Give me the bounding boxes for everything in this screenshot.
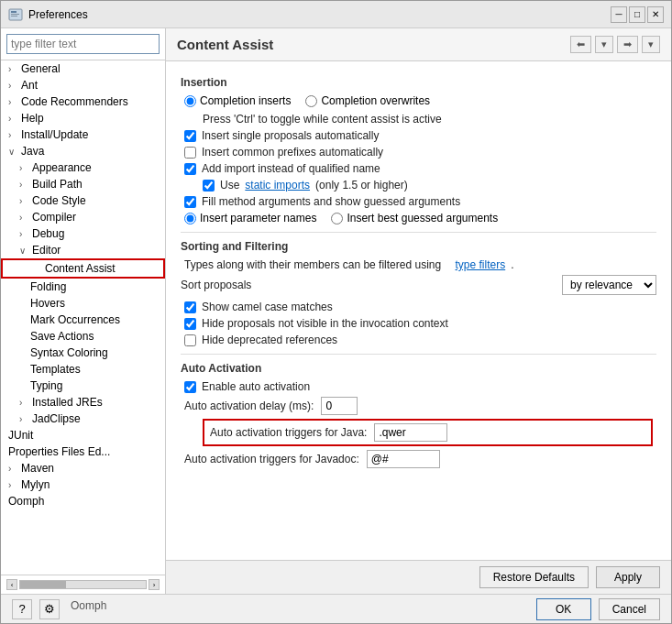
- insert-common-checkbox[interactable]: [184, 147, 196, 159]
- tree-item-mark-occurrences[interactable]: Mark Occurrences: [1, 312, 165, 328]
- nav-back-button[interactable]: ⬅: [570, 36, 591, 53]
- expand-icon-general: ›: [8, 64, 19, 74]
- completion-overwrites-radio[interactable]: [305, 95, 317, 107]
- hide-not-visible-checkbox[interactable]: [184, 318, 196, 330]
- tree-item-oomph[interactable]: Oomph: [1, 493, 165, 509]
- apply-button[interactable]: Apply: [596, 566, 660, 588]
- expand-icon-debug: ›: [19, 229, 30, 239]
- tree-label-debug: Debug: [32, 227, 64, 240]
- tree-label-jadclipse: JadClipse: [32, 412, 81, 425]
- types-note: Types along with their members can be fi…: [184, 258, 441, 271]
- nav-dropdown-button[interactable]: ▾: [595, 36, 613, 53]
- tree-area: › General › Ant › Code Recommenders › He…: [1, 60, 165, 575]
- tree-item-maven[interactable]: › Maven: [1, 460, 165, 476]
- scroll-thumb[interactable]: [20, 581, 66, 588]
- expand-icon-mylyn: ›: [8, 480, 19, 490]
- tree-item-templates[interactable]: Templates: [1, 361, 165, 378]
- expand-icon-install-update: ›: [8, 130, 19, 140]
- tree-item-code-style[interactable]: › Code Style: [1, 192, 165, 209]
- window-title: Preferences: [28, 8, 88, 21]
- delay-input[interactable]: [321, 397, 358, 415]
- tree-item-save-actions[interactable]: Save Actions: [1, 328, 165, 345]
- completion-inserts-label: Completion inserts: [200, 94, 291, 107]
- completion-inserts-radio[interactable]: [184, 95, 196, 107]
- expand-icon-installed-jres: ›: [19, 398, 30, 408]
- tree-item-installed-jres[interactable]: › Installed JREs: [1, 394, 165, 411]
- tree-label-installed-jres: Installed JREs: [32, 396, 103, 409]
- section-separator-1: [181, 232, 656, 233]
- tree-item-syntax-coloring[interactable]: Syntax Coloring: [1, 345, 165, 361]
- tree-item-build-path[interactable]: › Build Path: [1, 176, 165, 192]
- static-imports-suffix: (only 1.5 or higher): [315, 179, 408, 192]
- scroll-right-btn[interactable]: ›: [149, 579, 160, 590]
- tree-item-ant[interactable]: › Ant: [1, 77, 165, 93]
- scroll-left-btn[interactable]: ‹: [6, 579, 17, 590]
- triggers-java-row: Auto activation triggers for Java:: [203, 419, 653, 446]
- section-separator-2: [181, 354, 656, 355]
- static-imports-link[interactable]: static imports: [245, 179, 310, 192]
- minimize-button[interactable]: ─: [611, 6, 627, 23]
- sort-proposals-row: Sort proposals by relevance alphabetical…: [181, 275, 656, 295]
- show-camel-checkbox[interactable]: [184, 301, 196, 313]
- tree-item-jadclipse[interactable]: › JadClipse: [1, 411, 165, 427]
- right-body: Insertion Completion inserts Completion …: [166, 61, 671, 560]
- expand-icon-compiler: ›: [19, 213, 30, 223]
- tree-label-build-path: Build Path: [32, 178, 83, 191]
- tree-item-folding[interactable]: Folding: [1, 279, 165, 295]
- left-panel: › General › Ant › Code Recommenders › He…: [1, 28, 166, 594]
- tree-item-content-assist[interactable]: Content Assist: [1, 258, 165, 279]
- insert-single-checkbox[interactable]: [184, 130, 196, 142]
- close-button[interactable]: ✕: [647, 6, 664, 23]
- triggers-java-input[interactable]: [374, 423, 447, 442]
- add-import-checkbox[interactable]: [184, 163, 196, 175]
- tree-label-syntax-coloring: Syntax Coloring: [30, 346, 108, 359]
- hide-not-visible-label: Hide proposals not visible in the invoca…: [202, 317, 448, 330]
- expand-icon-editor: ∨: [19, 246, 30, 256]
- tree-item-code-recommenders[interactable]: › Code Recommenders: [1, 93, 165, 110]
- tree-item-general[interactable]: › General: [1, 60, 165, 77]
- left-panel-scrollbar[interactable]: ‹ ›: [1, 575, 165, 594]
- hide-deprecated-checkbox[interactable]: [184, 334, 196, 346]
- tree-item-appearance[interactable]: › Appearance: [1, 159, 165, 176]
- filter-input[interactable]: [6, 34, 160, 54]
- tree-item-compiler[interactable]: › Compiler: [1, 209, 165, 225]
- tree-label-junit: JUnit: [8, 429, 33, 442]
- tree-item-editor[interactable]: ∨ Editor: [1, 242, 165, 258]
- help-icon: ?: [18, 602, 25, 616]
- tree-item-debug[interactable]: › Debug: [1, 225, 165, 242]
- footer-right: OK Cancel: [536, 598, 660, 620]
- tree-item-mylyn[interactable]: › Mylyn: [1, 476, 165, 493]
- fill-method-row: Fill method arguments and show guessed a…: [181, 195, 656, 208]
- tree-item-install-update[interactable]: › Install/Update: [1, 126, 165, 143]
- tree-item-hovers[interactable]: Hovers: [1, 295, 165, 312]
- scroll-track[interactable]: [19, 580, 147, 589]
- insert-best-guessed-radio[interactable]: [331, 213, 343, 224]
- tree-item-typing[interactable]: Typing: [1, 378, 165, 394]
- settings-button[interactable]: ⚙: [39, 599, 60, 619]
- nav-forward-button[interactable]: ➡: [617, 36, 638, 53]
- insert-param-names-radio[interactable]: [184, 213, 196, 224]
- tree-item-help[interactable]: › Help: [1, 110, 165, 126]
- tree-label-mylyn: Mylyn: [21, 478, 50, 491]
- hide-not-visible-row: Hide proposals not visible in the invoca…: [181, 317, 656, 330]
- maximize-button[interactable]: □: [629, 6, 645, 23]
- tree-item-properties-files[interactable]: Properties Files Ed...: [1, 443, 165, 460]
- insert-common-row: Insert common prefixes automatically: [181, 146, 656, 159]
- ok-button[interactable]: OK: [536, 598, 591, 620]
- use-static-checkbox[interactable]: [203, 180, 215, 192]
- expand-icon-jadclipse: ›: [19, 414, 30, 424]
- nav-forward-dropdown-button[interactable]: ▾: [642, 36, 660, 53]
- expand-icon-build-path: ›: [19, 180, 30, 190]
- triggers-javadoc-input[interactable]: [367, 450, 440, 468]
- sort-proposals-select[interactable]: by relevance alphabetically: [562, 275, 656, 295]
- cancel-button[interactable]: Cancel: [599, 598, 660, 620]
- restore-defaults-button[interactable]: Restore Defaults: [479, 566, 589, 588]
- fill-method-checkbox[interactable]: [184, 196, 196, 208]
- add-import-row: Add import instead of qualified name: [181, 162, 656, 175]
- expand-icon-code-style: ›: [19, 196, 30, 206]
- enable-auto-activation-checkbox[interactable]: [184, 381, 196, 393]
- tree-item-java[interactable]: ∨ Java: [1, 143, 165, 159]
- tree-item-junit[interactable]: JUnit: [1, 427, 165, 443]
- type-filters-link[interactable]: type filters: [456, 258, 506, 271]
- help-button[interactable]: ?: [12, 599, 32, 619]
